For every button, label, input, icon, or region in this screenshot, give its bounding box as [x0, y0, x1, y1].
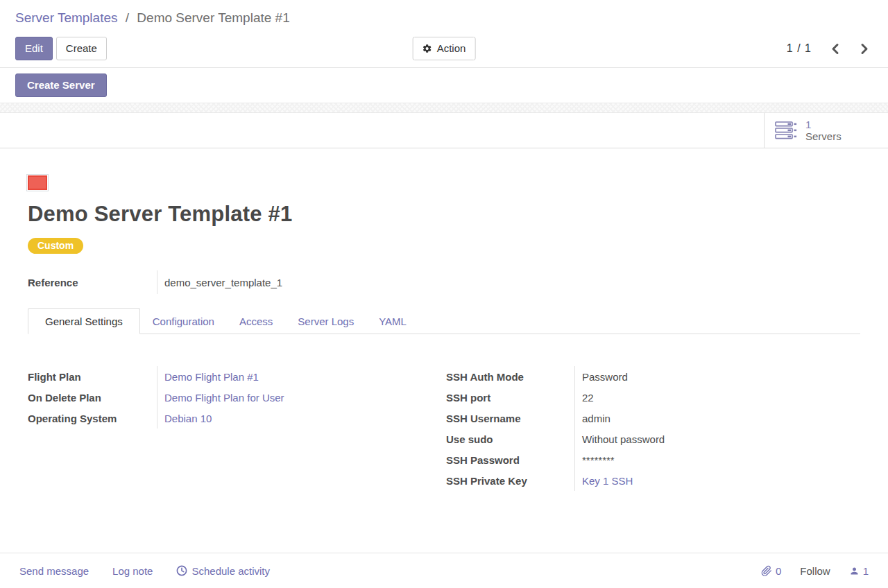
attachment-count: 0	[776, 565, 781, 577]
field-value: Password	[574, 366, 860, 387]
action-button-label: Action	[437, 42, 466, 55]
log-note-button[interactable]: Log note	[112, 565, 153, 577]
tab-label: General Settings	[45, 315, 123, 327]
tab-label: Configuration	[153, 315, 214, 327]
action-button[interactable]: Action	[413, 37, 476, 60]
send-message-button[interactable]: Send message	[19, 565, 89, 577]
breadcrumb-separator: /	[126, 10, 129, 25]
button-box: 1 Servers	[0, 113, 888, 148]
follow-button[interactable]: Follow	[800, 565, 830, 577]
field-label: SSH Auth Mode	[446, 371, 574, 383]
field-label: On Delete Plan	[28, 392, 157, 404]
custom-badge: Custom	[28, 238, 83, 254]
tab-label: Access	[239, 315, 273, 327]
field-label: SSH Private Key	[446, 475, 574, 487]
field-label: SSH Username	[446, 413, 574, 424]
field-value[interactable]: Demo Flight Plan #1	[157, 366, 446, 387]
field-row-ssh-private-key: SSH Private Key Key 1 SSH	[446, 470, 860, 491]
field-label: SSH Password	[446, 454, 574, 466]
tab-access[interactable]: Access	[227, 308, 285, 334]
breadcrumb-current: Demo Server Template #1	[137, 10, 289, 25]
breadcrumb-parent-link[interactable]: Server Templates	[15, 10, 118, 25]
field-row-ssh-port: SSH port 22	[446, 387, 860, 408]
tab-configuration[interactable]: Configuration	[140, 308, 227, 334]
pager: 1 / 1	[787, 42, 870, 56]
field-label: SSH port	[446, 392, 574, 404]
paperclip-icon	[761, 565, 772, 577]
reference-field-value: demo_server_template_1	[157, 270, 860, 294]
servers-stat-label: Servers	[805, 130, 842, 142]
edit-button[interactable]: Edit	[15, 37, 53, 60]
attachments-button[interactable]: 0	[761, 565, 781, 577]
chatter-bar: Send message Log note Schedule activity …	[0, 553, 888, 588]
tab-general-settings[interactable]: General Settings	[28, 308, 140, 334]
field-value[interactable]: Demo Flight Plan for User	[157, 387, 446, 408]
fields-column-right: SSH Auth Mode Password SSH port 22 SSH U…	[446, 366, 860, 491]
field-value[interactable]: Key 1 SSH	[574, 470, 860, 491]
reference-field-group: Reference demo_server_template_1	[28, 270, 860, 294]
field-row-ssh-auth-mode: SSH Auth Mode Password	[446, 366, 860, 387]
field-label: Use sudo	[446, 433, 574, 445]
field-row-on-delete-plan: On Delete Plan Demo Flight Plan for User	[28, 387, 446, 408]
create-button[interactable]: Create	[56, 37, 107, 60]
form-sheet: Demo Server Template #1 Custom Reference…	[0, 175, 888, 491]
person-icon	[849, 566, 860, 576]
record-image-thumbnail	[28, 175, 47, 190]
field-value: 22	[574, 387, 860, 408]
form-statusbar: Create Server	[0, 67, 888, 103]
schedule-activity-button[interactable]: Schedule activity	[176, 565, 270, 577]
breadcrumb: Server Templates / Demo Server Template …	[15, 9, 873, 27]
tab-yaml[interactable]: YAML	[366, 308, 419, 334]
fields-column-left: Flight Plan Demo Flight Plan #1 On Delet…	[28, 366, 446, 491]
control-panel-buttons: Edit Create Action 1 / 1	[15, 37, 873, 60]
general-settings-panel: Flight Plan Demo Flight Plan #1 On Delet…	[28, 366, 860, 491]
field-row-ssh-password: SSH Password ********	[446, 449, 860, 470]
chevron-right-icon	[860, 43, 869, 55]
field-row-flight-plan: Flight Plan Demo Flight Plan #1	[28, 366, 446, 387]
field-label: Flight Plan	[28, 371, 157, 383]
pager-previous-button[interactable]	[830, 42, 841, 56]
clock-icon	[176, 565, 187, 576]
content-separator-band	[0, 103, 888, 113]
gear-icon	[422, 44, 432, 53]
control-panel: Server Templates / Demo Server Template …	[0, 0, 888, 67]
schedule-activity-label: Schedule activity	[191, 565, 270, 577]
record-title: Demo Server Template #1	[28, 202, 860, 227]
notebook-tabs: General Settings Configuration Access Se…	[28, 308, 860, 334]
field-value: admin	[574, 408, 860, 429]
tab-server-logs[interactable]: Server Logs	[285, 308, 366, 334]
reference-field-label: Reference	[28, 277, 157, 288]
servers-stat-button[interactable]: 1 Servers	[764, 113, 888, 148]
followers-button[interactable]: 1	[849, 565, 869, 577]
field-row-operating-system: Operating System Debian 10	[28, 408, 446, 429]
field-value: Without password	[574, 429, 860, 449]
create-server-button[interactable]: Create Server	[15, 74, 107, 97]
field-row-use-sudo: Use sudo Without password	[446, 429, 860, 449]
servers-icon	[775, 121, 798, 139]
field-row-ssh-username: SSH Username admin	[446, 408, 860, 429]
tab-label: YAML	[379, 315, 407, 327]
field-label: Operating System	[28, 413, 157, 424]
chevron-left-icon	[831, 43, 839, 55]
pager-next-button[interactable]	[859, 42, 870, 56]
servers-stat-count: 1	[805, 119, 842, 130]
tab-label: Server Logs	[298, 315, 354, 327]
field-value: ********	[574, 449, 860, 470]
reference-field-row: Reference demo_server_template_1	[28, 270, 860, 294]
follower-count: 1	[863, 565, 869, 577]
field-value[interactable]: Debian 10	[157, 408, 446, 429]
pager-value[interactable]: 1 / 1	[787, 42, 812, 55]
